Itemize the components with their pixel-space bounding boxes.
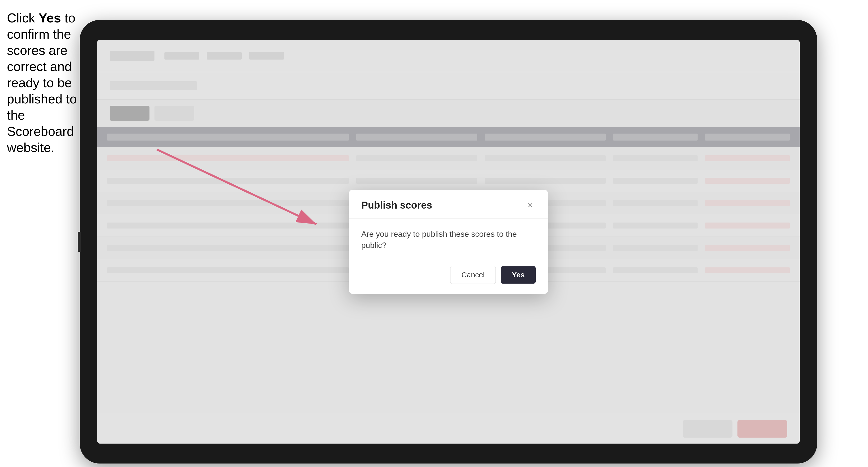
instruction-suffix: to confirm the scores are correct and re… bbox=[7, 11, 77, 155]
publish-scores-modal: Publish scores × Are you ready to publis… bbox=[349, 190, 548, 294]
modal-message: Are you ready to publish these scores to… bbox=[361, 228, 536, 251]
yes-button[interactable]: Yes bbox=[501, 266, 536, 284]
instruction-prefix: Click bbox=[7, 11, 39, 25]
modal-header: Publish scores × bbox=[349, 190, 548, 219]
modal-title: Publish scores bbox=[361, 199, 432, 211]
instruction-text: Click Yes to confirm the scores are corr… bbox=[7, 10, 79, 156]
instruction-bold: Yes bbox=[39, 11, 61, 25]
modal-footer: Cancel Yes bbox=[349, 261, 548, 294]
tablet-device: Publish scores × Are you ready to publis… bbox=[80, 20, 817, 464]
modal-body: Are you ready to publish these scores to… bbox=[349, 219, 548, 261]
cancel-button[interactable]: Cancel bbox=[450, 266, 496, 284]
tablet-side-button bbox=[78, 232, 81, 252]
modal-close-button[interactable]: × bbox=[525, 200, 536, 211]
tablet-screen: Publish scores × Are you ready to publis… bbox=[97, 40, 800, 443]
